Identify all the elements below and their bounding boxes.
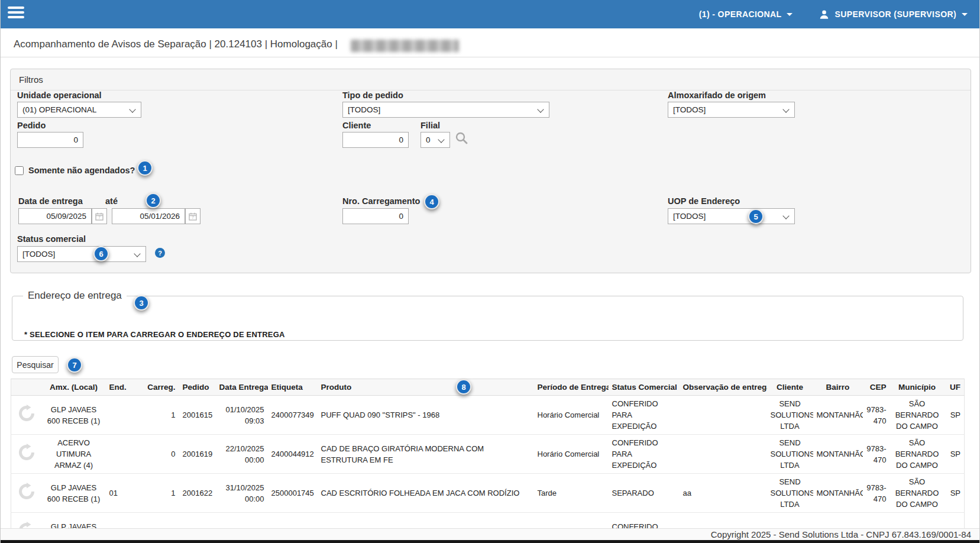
cell-cliente: SEND SOLUTIONS LTDA: [767, 435, 813, 474]
cell-cliente: SEND SOLUTIONS LTDA: [767, 474, 813, 513]
cliente-input[interactable]: [342, 132, 409, 148]
cell-pedido: 2001622: [179, 474, 216, 513]
annotation-badge-3: 3: [134, 295, 149, 311]
cell-status: CONFERIDO PARA EXPEDIÇÃO: [609, 396, 680, 435]
filial-label: Filial: [421, 121, 440, 130]
annotation-badge-4: 4: [424, 194, 439, 209]
cell-uf: SP: [945, 474, 965, 513]
cell-data-entrega: 31/10/2025 00:00: [216, 474, 268, 513]
cell-produto: CAD ESCRITÓRIO FOLHEADA EM JACA COM RODÍ…: [318, 474, 534, 513]
filial-select[interactable]: 0: [421, 132, 450, 148]
page: (1) - OPERACIONAL SUPERVISOR (SUPERVISOR…: [0, 0, 980, 543]
annotation-badge-5: 5: [748, 209, 764, 224]
somente-nao-agendados-label: Somente não agendados?: [28, 166, 135, 175]
hamburger-menu-icon[interactable]: [8, 7, 25, 22]
cell-uf: SP: [945, 435, 965, 474]
page-title: Acompanhamento de Avisos de Separação | …: [14, 38, 338, 50]
user-menu[interactable]: SUPERVISOR (SUPERVISOR): [819, 9, 968, 20]
column-header-pedido: Pedido: [179, 379, 216, 396]
filters-panel: Filtros: [10, 69, 971, 273]
tipo-pedido-select[interactable]: [TODOS]: [342, 102, 549, 118]
nro-carregamento-input[interactable]: [342, 208, 409, 224]
user-menu-label: SUPERVISOR (SUPERVISOR): [835, 9, 956, 19]
column-header-amx: Amx. (Local): [42, 379, 106, 396]
cell-bairro: MONTANHÃO: [813, 435, 863, 474]
unidade-operacional-label: Unidade operacional: [17, 90, 102, 100]
cell-data-entrega: 22/10/2025 00:00: [216, 435, 268, 474]
uop-endereco-value: [TODOS]: [673, 212, 706, 221]
cell-produto: PUFF QUAD 090 "STRIPS" - 1968: [318, 396, 534, 435]
search-client-icon[interactable]: [455, 131, 468, 145]
column-header-cliente: Cliente: [767, 379, 813, 396]
annotation-badge-2: 2: [145, 193, 161, 208]
column-header-carreg: Carreg.: [143, 379, 179, 396]
refresh-icon[interactable]: [18, 444, 35, 461]
annotation-badge-1: 1: [137, 160, 153, 176]
endereco-entrega-message: * SELECIONE O ITEM PARA CARREGAR O ENDER…: [24, 330, 285, 339]
almoxarifado-origem-select[interactable]: [TODOS]: [668, 102, 795, 118]
somente-nao-agendados-checkbox[interactable]: [15, 166, 24, 175]
data-entrega-input[interactable]: [18, 208, 92, 224]
unidade-operacional-value: (01) OPERACIONAL: [22, 105, 96, 114]
unit-menu[interactable]: (1) - OPERACIONAL: [699, 9, 793, 19]
uop-endereco-select[interactable]: [TODOS]: [668, 208, 795, 224]
refresh-icon[interactable]: [18, 405, 35, 422]
cell-etiqueta: 2500001745: [268, 474, 318, 513]
cell-observacao: [680, 435, 767, 474]
cell-bairro: MONTANHÃO: [813, 474, 863, 513]
uop-endereco-label: UOP de Endereço: [668, 196, 740, 206]
cell-end: [106, 435, 143, 474]
cell-periodo: Horário Comercial: [534, 396, 609, 435]
cell-cep: 9783-470: [863, 474, 890, 513]
cell-observacao: [680, 396, 767, 435]
column-header-data-entrega: Data Entrega: [216, 379, 268, 396]
status-comercial-label: Status comercial: [17, 234, 86, 244]
annotation-badge-7: 7: [67, 357, 82, 373]
column-header-periodo: Período de Entrega: [534, 379, 609, 396]
endereco-entrega-legend: Endereço de entrega: [23, 290, 127, 302]
table-row[interactable]: GLP JAVAES 600 RECEB (1) 01 1 2001622 31…: [11, 474, 965, 513]
cell-municipio: SÃO BERNARDO DO CAMPO: [890, 474, 945, 513]
cell-produto: CAD DE BRAÇO GIRATÓRIA MODERNA COM ESTRU…: [318, 435, 534, 474]
table-row[interactable]: GLP JAVAES 600 RECEB (1) 1 2001615 01/10…: [11, 396, 965, 435]
table-row[interactable]: ACERVO UTIMURA ARMAZ (4) 0 2001619 22/10…: [11, 435, 965, 474]
cell-end: [106, 396, 143, 435]
pedido-input[interactable]: [17, 132, 83, 148]
column-header-icon: [11, 379, 42, 396]
cell-bairro: MONTANHÃO: [813, 396, 863, 435]
unidade-operacional-select[interactable]: (01) OPERACIONAL: [17, 102, 141, 118]
nro-carregamento-label: Nro. Carregamento: [342, 196, 420, 206]
cell-etiqueta: 2400077349: [268, 396, 318, 435]
cell-end: 01: [106, 474, 143, 513]
cell-municipio: SÃO BERNARDO DO CAMPO: [890, 435, 945, 474]
filters-panel-title: Filtros: [11, 69, 971, 90]
cell-uf: SP: [945, 396, 965, 435]
help-icon[interactable]: ?: [155, 248, 165, 258]
status-comercial-select[interactable]: [TODOS]: [17, 246, 146, 262]
ate-calendar-button[interactable]: 7: [185, 208, 200, 224]
cell-carreg: 0: [143, 435, 179, 474]
data-entrega-calendar-button[interactable]: 7: [92, 208, 107, 224]
pedido-label: Pedido: [17, 121, 46, 130]
column-header-bairro: Bairro: [813, 379, 863, 396]
endereco-entrega-fieldset: Endereço de entrega * SELECIONE O ITEM P…: [12, 290, 963, 341]
ate-label: até: [105, 196, 118, 206]
cell-cliente: SEND SOLUTIONS LTDA: [767, 396, 813, 435]
cell-observacao: aa: [680, 474, 767, 513]
column-header-uf: UF: [945, 379, 965, 396]
filial-value: 0: [426, 135, 431, 144]
redacted-text: [351, 40, 459, 52]
cell-pedido: 2001619: [179, 435, 216, 474]
status-comercial-value: [TODOS]: [22, 250, 55, 258]
pesquisar-button[interactable]: Pesquisar: [12, 356, 59, 373]
column-header-status: Status Comercial: [609, 379, 680, 396]
chevron-down-icon: [962, 13, 968, 16]
ate-input[interactable]: [112, 208, 185, 224]
refresh-icon[interactable]: [18, 483, 35, 500]
annotation-badge-6: 6: [93, 246, 109, 261]
title-bar: Acompanhamento de Avisos de Separação | …: [1, 28, 979, 57]
cell-amx: GLP JAVAES 600 RECEB (1): [42, 474, 106, 513]
cell-status: SEPARADO: [609, 474, 680, 513]
svg-text:7: 7: [192, 215, 194, 219]
calendar-icon: 7: [95, 212, 104, 221]
